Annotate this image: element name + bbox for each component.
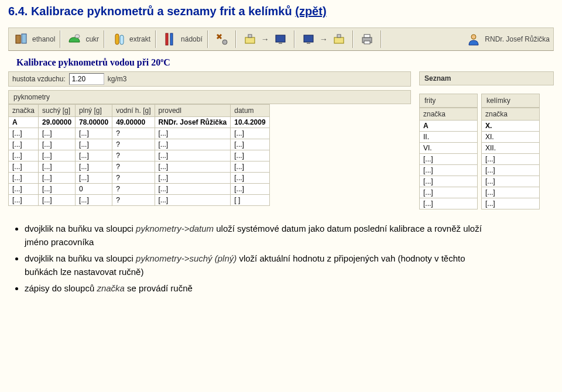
table-cell[interactable]: [...] [76,128,112,139]
table-cell[interactable]: ? [112,195,155,206]
table-cell[interactable]: 29.00000 [39,117,76,128]
table-cell[interactable]: [...] [231,150,269,161]
table-cell[interactable]: RNDr. Josef Růžička [155,117,231,128]
table-cell[interactable]: [...] [9,173,39,184]
table-cell[interactable]: [...] [155,150,231,161]
table-cell[interactable]: [...] [155,161,231,173]
monitor-left-icon[interactable] [272,30,289,48]
table-cell[interactable]: [...] [482,187,540,198]
table-cell[interactable]: VI. [420,143,478,154]
table-cell[interactable]: [...] [9,161,39,173]
table-cell[interactable]: XII. [482,143,540,154]
table-row[interactable]: [...] [420,165,478,176]
scale-right-icon[interactable] [330,30,348,48]
table-cell[interactable]: [...] [231,161,269,173]
table-row[interactable]: A [420,121,478,132]
table-cell[interactable]: [...] [39,161,76,173]
table-cell[interactable]: [...] [482,165,540,176]
table-row[interactable]: [...] [420,154,478,165]
table-cell[interactable]: [...] [39,184,76,195]
table-cell[interactable]: [...] [76,161,112,173]
table-row[interactable]: [...][...][...]?[...][...] [9,161,270,173]
table-cell[interactable]: [...] [482,154,540,165]
kelimky-table[interactable]: značka X.XI.XII.[...][...][...][...][...… [481,108,540,209]
table-cell[interactable]: XI. [482,132,540,143]
table-cell[interactable]: ? [112,128,155,139]
table-cell[interactable]: [...] [39,173,76,184]
table-cell[interactable]: [...] [231,184,269,195]
table-cell[interactable]: ? [112,150,155,161]
table-cell[interactable]: [...] [39,128,76,139]
extrakt-icon[interactable] [109,30,127,48]
table-cell[interactable]: [...] [9,139,39,150]
table-cell[interactable]: A [420,121,478,132]
scale-left-icon[interactable] [241,30,259,48]
table-cell[interactable]: [...] [420,165,478,176]
table-cell[interactable]: [...] [482,176,540,187]
table-cell[interactable]: [...] [155,139,231,150]
table-cell[interactable]: [...] [76,150,112,161]
table-row[interactable]: X. [482,121,540,132]
table-cell[interactable]: ? [112,161,155,173]
table-row[interactable]: [...] [482,176,540,187]
user-icon[interactable] [465,30,482,48]
table-cell[interactable]: [...] [9,128,39,139]
print-icon[interactable] [358,30,376,48]
table-cell[interactable]: [...] [155,173,231,184]
table-cell[interactable]: [...] [76,195,112,206]
table-row[interactable]: A29.0000078.0000049.00000RNDr. Josef Růž… [9,117,270,128]
back-link[interactable]: (zpět) [295,5,326,18]
table-row[interactable]: [...][...][...]?[...][ ] [9,195,270,206]
table-cell[interactable]: [...] [39,139,76,150]
ethanol-icon[interactable] [12,30,30,48]
table-row[interactable]: [...] [482,198,540,209]
table-row[interactable]: [...][...][...]?[...][...] [9,128,270,139]
table-row[interactable]: XI. [482,132,540,143]
pyknometry-table[interactable]: značkasuchý [g]plný [g]vodní h. [g]prove… [8,104,270,206]
table-cell[interactable]: [...] [76,139,112,150]
table-cell[interactable]: [...] [155,195,231,206]
table-cell[interactable]: [...] [9,184,39,195]
table-cell[interactable]: [...] [9,150,39,161]
table-row[interactable]: [...][...][...]?[...][...] [9,150,270,161]
table-row[interactable]: II. [420,132,478,143]
table-cell[interactable]: [...] [39,150,76,161]
monitor-right-icon[interactable] [300,30,317,48]
table-cell[interactable]: [...] [420,187,478,198]
table-cell[interactable]: 0 [76,184,112,195]
table-cell[interactable]: [...] [420,198,478,209]
frity-table[interactable]: značka AII.VI.[...][...][...][...][...] [419,108,478,209]
table-cell[interactable]: [...] [482,198,540,209]
table-row[interactable]: [...][...]0?[...][...] [9,184,270,195]
table-cell[interactable]: A [9,117,39,128]
table-cell[interactable]: [...] [231,173,269,184]
table-cell[interactable]: [...] [420,154,478,165]
table-cell[interactable]: ? [112,184,155,195]
tools-icon[interactable] [213,30,231,48]
air-density-input[interactable] [69,73,104,85]
table-row[interactable]: [...] [420,198,478,209]
table-row[interactable]: [...] [482,165,540,176]
table-cell[interactable]: 78.00000 [76,117,112,128]
table-row[interactable]: XII. [482,143,540,154]
table-row[interactable]: [...][...][...]?[...][...] [9,139,270,150]
table-cell[interactable]: [...] [39,195,76,206]
table-row[interactable]: [...] [420,176,478,187]
table-cell[interactable]: [...] [155,128,231,139]
table-cell[interactable]: ? [112,173,155,184]
table-cell[interactable]: [ ] [231,195,269,206]
table-cell[interactable]: X. [482,121,540,132]
table-row[interactable]: [...][...][...]?[...][...] [9,173,270,184]
table-cell[interactable]: 49.00000 [112,117,155,128]
cukr-icon[interactable] [66,30,83,48]
table-cell[interactable]: [...] [231,139,269,150]
table-row[interactable]: [...] [482,154,540,165]
table-cell[interactable]: 10.4.2009 [231,117,269,128]
table-cell[interactable]: [...] [420,176,478,187]
nadobi-icon[interactable] [161,30,179,48]
table-cell[interactable]: ? [112,139,155,150]
table-cell[interactable]: [...] [231,128,269,139]
table-row[interactable]: [...] [482,187,540,198]
table-cell[interactable]: II. [420,132,478,143]
table-cell[interactable]: [...] [155,184,231,195]
